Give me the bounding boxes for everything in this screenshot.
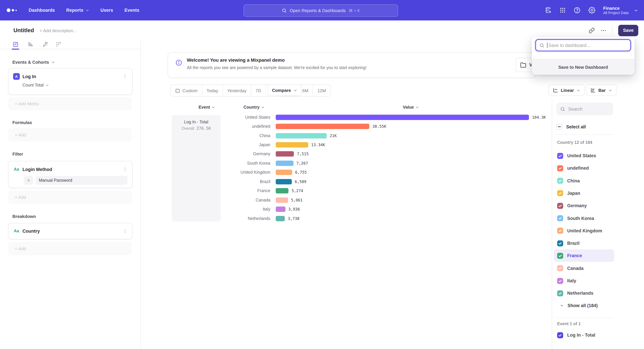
value-column-header[interactable]: Value — [403, 105, 419, 110]
tab-retention[interactable] — [56, 41, 62, 47]
bar[interactable] — [276, 179, 292, 184]
legend-panel: Search Select all Country 12 of 184 Unit… — [552, 99, 644, 349]
legend-item-japan[interactable]: Japan — [554, 187, 614, 199]
country-column-header[interactable]: Country — [244, 105, 265, 110]
data-management-icon[interactable] — [545, 7, 552, 14]
breakdown-property-name: Country — [22, 229, 123, 234]
bar[interactable] — [276, 133, 327, 138]
legend-checkbox[interactable] — [557, 153, 563, 159]
legend-label: United States — [567, 153, 596, 158]
legend-label: Japan — [567, 191, 580, 196]
bar-category-label: China — [222, 133, 270, 138]
add-filter-button[interactable]: + Add — [8, 190, 132, 204]
nav-item-dashboards[interactable]: Dashboards — [29, 8, 55, 13]
legend-checkbox[interactable] — [557, 240, 563, 246]
save-to-new-dashboard-button[interactable]: Save to New Dashboard — [532, 59, 634, 75]
help-icon[interactable] — [574, 7, 580, 14]
settings-gear-icon[interactable] — [588, 7, 595, 14]
legend-event-log-in---total[interactable]: Log In - Total — [554, 329, 614, 341]
legend-checkbox[interactable] — [557, 228, 563, 234]
legend-checkbox[interactable] — [557, 278, 563, 284]
bar[interactable] — [276, 161, 293, 166]
metric-aggregation[interactable]: Count Total — [22, 83, 132, 87]
legend-item-germany[interactable]: Germany — [554, 199, 614, 212]
metric-menu-icon[interactable] — [123, 74, 128, 79]
tab-funnels[interactable] — [28, 41, 33, 47]
bar[interactable] — [276, 188, 288, 194]
legend-checkbox[interactable] — [557, 165, 563, 171]
events-cohorts-header[interactable]: Events & Cohorts — [12, 60, 55, 65]
legend-checkbox[interactable] — [557, 215, 563, 221]
bar[interactable] — [276, 151, 294, 157]
filter-menu-icon[interactable] — [123, 167, 128, 172]
legend-item-undefined[interactable]: undefined — [554, 162, 614, 174]
legend-checkbox[interactable] — [557, 253, 563, 259]
add-breakdown-button[interactable]: + Add — [8, 242, 132, 255]
bar-value-label: 5,061 — [291, 198, 302, 202]
bar[interactable] — [276, 124, 369, 129]
bar[interactable] — [276, 170, 292, 175]
bar[interactable] — [276, 114, 529, 120]
legend-checkbox[interactable] — [557, 332, 563, 338]
add-formula-button[interactable]: + Add — [8, 128, 132, 141]
bar-value-label: 21K — [330, 133, 337, 138]
range-yesterday[interactable]: Yesterday — [223, 85, 251, 96]
metric-card-log-in[interactable]: A Log In Count Total — [8, 68, 132, 95]
legend-label: Log In - Total — [567, 333, 595, 338]
legend-item-netherlands[interactable]: Netherlands — [554, 287, 614, 300]
filter-operator[interactable]: = — [24, 176, 33, 185]
save-dashboard-search-input[interactable]: Save to dashboard... — [535, 39, 631, 51]
chart-type-dropdown[interactable]: Bar — [586, 84, 616, 96]
value-scale-dropdown[interactable]: Linear — [548, 84, 585, 96]
legend-item-italy[interactable]: Italy — [554, 275, 614, 287]
bar[interactable] — [276, 197, 288, 203]
legend-checkbox[interactable] — [557, 290, 563, 296]
legend-item-united-states[interactable]: United States — [554, 150, 614, 162]
breakdown-card-country[interactable]: Aa Country — [8, 223, 132, 239]
legend-checkbox[interactable] — [557, 190, 563, 196]
more-options-icon[interactable] — [600, 27, 606, 33]
add-description-placeholder[interactable]: + Add description... — [40, 28, 77, 33]
mixpanel-logo-icon[interactable] — [7, 8, 16, 12]
range-12m[interactable]: 12M — [313, 85, 330, 96]
tab-insights[interactable] — [13, 41, 18, 47]
legend-item-united-kingdom[interactable]: United Kingdom — [554, 225, 614, 237]
filter-value[interactable]: Manual Password — [36, 176, 128, 185]
legend-item-south-korea[interactable]: South Korea — [554, 212, 614, 224]
range-today[interactable]: Today — [202, 85, 223, 96]
legend-checkbox[interactable] — [557, 265, 563, 271]
apps-grid-icon[interactable] — [560, 7, 566, 13]
bar[interactable] — [276, 207, 285, 212]
legend-item-brazil[interactable]: Brazil — [554, 237, 614, 249]
select-all-checkbox[interactable] — [556, 124, 562, 130]
nav-item-reports[interactable]: Reports — [66, 8, 89, 13]
project-switcher[interactable]: Finance All Project Data — [603, 5, 638, 15]
legend-checkbox[interactable] — [557, 203, 563, 209]
breakdown-menu-icon[interactable] — [123, 229, 128, 233]
legend-label: undefined — [567, 166, 589, 171]
compare-button[interactable]: Compare — [268, 84, 302, 96]
bar[interactable] — [276, 216, 285, 221]
show-all-button[interactable]: Show all (184) — [560, 299, 598, 312]
event-column-header[interactable]: Event — [198, 105, 215, 110]
bar-category-label: Brazil — [222, 179, 270, 184]
add-metric-button[interactable]: + Add Metric — [8, 97, 132, 110]
filter-card-login-method[interactable]: Aa Login Method = Manual Password — [8, 161, 132, 188]
tab-flows[interactable] — [42, 41, 48, 47]
report-title[interactable]: Untitled — [14, 27, 34, 33]
save-button[interactable]: Save — [618, 25, 638, 36]
bar-category-label: Netherlands — [222, 216, 270, 221]
legend-item-canada[interactable]: Canada — [554, 262, 614, 274]
legend-item-china[interactable]: China — [554, 174, 614, 187]
bar[interactable] — [276, 142, 308, 147]
global-search-bar[interactable]: Open Reports & Dashboards ⌘ + K — [244, 4, 398, 17]
range-custom[interactable]: Custom — [171, 85, 202, 96]
legend-item-france[interactable]: France — [554, 250, 614, 262]
select-all-row[interactable]: Select all — [556, 121, 586, 132]
legend-search-input[interactable]: Search — [556, 103, 613, 115]
nav-item-events[interactable]: Events — [124, 8, 139, 13]
range-7d[interactable]: 7D — [251, 85, 266, 96]
legend-checkbox[interactable] — [557, 178, 563, 184]
nav-item-users[interactable]: Users — [100, 8, 113, 13]
copy-link-icon[interactable] — [589, 27, 595, 33]
